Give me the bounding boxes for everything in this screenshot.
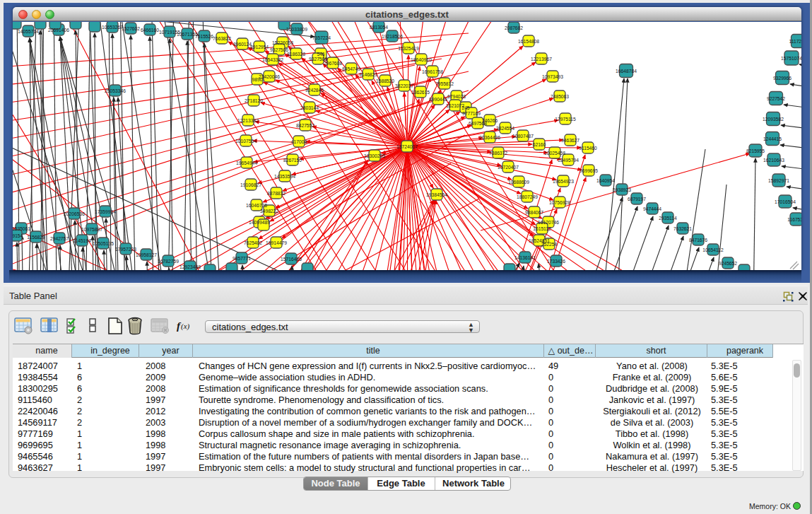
svg-text:12923448: 12923448 <box>180 264 201 269</box>
svg-text:8960124: 8960124 <box>233 42 252 47</box>
svg-text:11325419: 11325419 <box>398 46 419 51</box>
svg-text:8186328: 8186328 <box>287 52 305 57</box>
svg-text:8267150: 8267150 <box>283 158 302 163</box>
svg-text:15716485: 15716485 <box>281 257 302 262</box>
svg-text:3822037: 3822037 <box>395 83 413 88</box>
svg-text:9146821: 9146821 <box>359 72 377 77</box>
svg-text:10025458: 10025458 <box>544 151 565 156</box>
svg-text:7485063: 7485063 <box>551 94 569 99</box>
svg-text:2803144: 2803144 <box>300 105 319 110</box>
svg-text:25053346: 25053346 <box>105 88 126 93</box>
svg-text:6794028: 6794028 <box>447 94 466 99</box>
svg-text:546: 546 <box>317 52 324 57</box>
svg-text:7515526: 7515526 <box>195 34 213 39</box>
svg-text:12093582: 12093582 <box>763 117 784 122</box>
svg-text:17975115: 17975115 <box>555 117 576 122</box>
svg-text:2967608: 2967608 <box>324 61 342 66</box>
svg-text:18300295: 18300295 <box>364 153 385 158</box>
svg-text:39154: 39154 <box>13 233 23 238</box>
svg-text:6466160: 6466160 <box>141 28 159 33</box>
svg-text:15892971: 15892971 <box>768 178 789 183</box>
svg-text:20364436: 20364436 <box>479 135 500 140</box>
svg-text:417004: 417004 <box>291 139 307 144</box>
svg-text:9245652: 9245652 <box>719 261 737 266</box>
svg-text:7625402: 7625402 <box>244 240 262 245</box>
svg-text:7955812: 7955812 <box>435 81 454 86</box>
svg-text:7357224: 7357224 <box>312 35 331 40</box>
svg-text:62160: 62160 <box>533 142 546 147</box>
svg-text:1527602: 1527602 <box>122 26 140 31</box>
svg-text:3824554: 3824554 <box>496 126 514 131</box>
svg-text:16914479: 16914479 <box>266 240 287 245</box>
svg-text:8215955: 8215955 <box>746 148 765 153</box>
svg-text:2935114: 2935114 <box>659 216 677 221</box>
svg-text:18807249: 18807249 <box>517 194 538 199</box>
svg-text:2718120: 2718120 <box>245 98 263 103</box>
svg-text:15751074: 15751074 <box>781 56 801 61</box>
svg-text:8878832: 8878832 <box>267 191 286 196</box>
svg-text:16210643: 16210643 <box>763 158 784 163</box>
svg-text:12213382: 12213382 <box>237 118 259 123</box>
svg-text:1733426: 1733426 <box>547 259 565 264</box>
svg-text:7663822: 7663822 <box>213 36 231 41</box>
svg-text:1362615: 1362615 <box>411 90 430 95</box>
svg-text:10107554: 10107554 <box>235 139 257 144</box>
svg-text:7386372: 7386372 <box>489 151 507 156</box>
svg-text:16154808: 16154808 <box>518 39 539 44</box>
svg-text:10653267: 10653267 <box>102 25 123 30</box>
svg-text:1640954: 1640954 <box>596 178 615 183</box>
svg-text:14099489: 14099489 <box>249 220 270 225</box>
svg-text:14353594: 14353594 <box>274 174 295 179</box>
svg-text:19106827: 19106827 <box>240 182 261 187</box>
svg-text:8427552: 8427552 <box>296 123 314 128</box>
svg-text:17359934: 17359934 <box>95 209 116 214</box>
svg-text:746266: 746266 <box>482 118 498 123</box>
svg-text:8471676: 8471676 <box>689 238 707 243</box>
svg-text:9890: 9890 <box>252 77 263 82</box>
svg-text:2942757: 2942757 <box>50 236 69 241</box>
svg-text:6879197: 6879197 <box>628 197 646 201</box>
svg-text:10688609: 10688609 <box>508 180 529 185</box>
svg-text:9474444: 9474444 <box>643 206 661 211</box>
svg-text:9884067: 9884067 <box>525 210 543 215</box>
svg-text:10654112: 10654112 <box>702 247 724 252</box>
svg-text:1156829: 1156829 <box>27 235 45 240</box>
svg-text:10958127: 10958127 <box>136 252 157 257</box>
svg-text:1167533: 1167533 <box>787 217 801 222</box>
svg-text:17957223: 17957223 <box>115 247 136 252</box>
svg-text:14055714: 14055714 <box>18 29 39 34</box>
svg-text:9463627: 9463627 <box>561 138 579 143</box>
svg-text:1117264: 1117264 <box>789 39 801 44</box>
svg-text:9227542: 9227542 <box>767 96 785 101</box>
svg-text:9242845: 9242845 <box>305 88 324 93</box>
svg-text:19218506: 19218506 <box>382 34 403 39</box>
svg-text:1535061: 1535061 <box>13 226 30 231</box>
svg-text:3498222: 3498222 <box>260 209 278 214</box>
svg-text:16543382: 16543382 <box>262 57 283 62</box>
svg-text:1145194: 1145194 <box>73 238 91 243</box>
svg-text:10807487: 10807487 <box>512 134 534 139</box>
svg-text:18495794: 18495794 <box>558 158 579 163</box>
svg-text:9699695: 9699695 <box>579 168 598 173</box>
svg-text:(x): (x) <box>181 322 190 331</box>
svg-text:1588520: 1588520 <box>376 78 394 83</box>
svg-text:19654944: 19654944 <box>236 160 257 165</box>
svg-text:15226058: 15226058 <box>272 40 293 45</box>
svg-text:8454749: 8454749 <box>342 66 360 71</box>
svg-text:15720407: 15720407 <box>498 165 519 170</box>
svg-text:16961758: 16961758 <box>422 69 443 74</box>
svg-text:18724007: 18724007 <box>396 144 418 149</box>
svg-text:16033809: 16033809 <box>286 27 307 32</box>
svg-text:17016504: 17016504 <box>775 199 796 204</box>
svg-text:14136141: 14136141 <box>514 255 536 260</box>
svg-text:245: 245 <box>461 105 469 110</box>
svg-text:7632621: 7632621 <box>673 226 692 231</box>
svg-text:12505135: 12505135 <box>93 241 114 246</box>
svg-text:20691406: 20691406 <box>48 28 69 33</box>
svg-text:8990448: 8990448 <box>429 97 447 102</box>
svg-text:9329966: 9329966 <box>773 76 792 81</box>
svg-text:1615112: 1615112 <box>533 226 551 231</box>
svg-text:8912954: 8912954 <box>250 45 269 49</box>
svg-text:10973493: 10973493 <box>542 74 563 79</box>
svg-text:10975887: 10975887 <box>81 227 102 232</box>
